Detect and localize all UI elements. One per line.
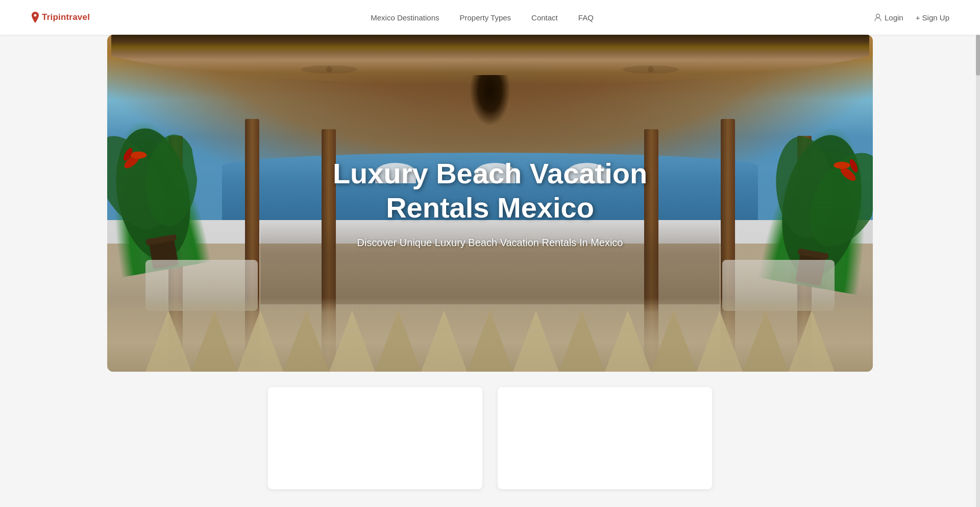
hero-title: Luxury Beach Vacation Rentals Mexico	[311, 156, 669, 225]
hero-section: Luxury Beach Vacation Rentals Mexico Dis…	[107, 35, 873, 372]
hero-content: Luxury Beach Vacation Rentals Mexico Dis…	[107, 35, 873, 372]
nav-links: Mexico Destinations Property Types Conta…	[371, 13, 594, 22]
user-icon	[874, 13, 881, 21]
nav-mexico-destinations[interactable]: Mexico Destinations	[371, 13, 439, 22]
logo-text: Tripintravel	[42, 12, 90, 22]
logo[interactable]: Tripintravel	[31, 12, 90, 23]
nav-property-types[interactable]: Property Types	[459, 13, 511, 22]
nav-faq[interactable]: FAQ	[578, 13, 594, 22]
scroll-thumb[interactable]	[976, 35, 980, 76]
logo-pin-icon	[31, 12, 40, 23]
scrollbar[interactable]	[976, 35, 980, 507]
property-card-1[interactable]	[268, 387, 482, 489]
nav-contact[interactable]: Contact	[531, 13, 558, 22]
nav-auth: Login + Sign Up	[874, 13, 949, 22]
login-button[interactable]: Login	[874, 13, 903, 22]
svg-point-0	[876, 14, 879, 18]
signup-button[interactable]: + Sign Up	[916, 13, 949, 22]
navbar: Tripintravel Mexico Destinations Propert…	[0, 0, 980, 35]
hero-subtitle: Discover Unique Luxury Beach Vacation Re…	[357, 235, 623, 250]
below-hero-section	[0, 372, 980, 499]
property-card-2[interactable]	[498, 387, 712, 489]
